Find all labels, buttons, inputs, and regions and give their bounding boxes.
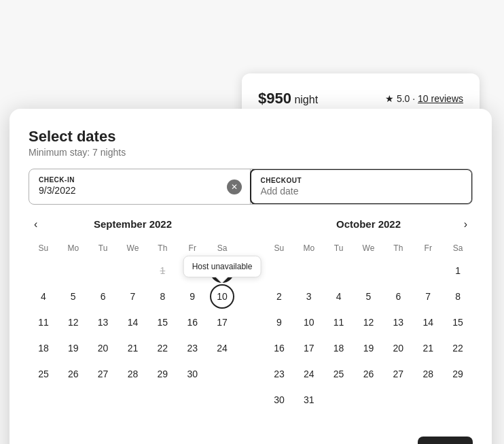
day-cell [297, 258, 321, 283]
day-cell[interactable]: 10Host unavailable [210, 284, 234, 309]
day-cell[interactable]: 16 [180, 310, 204, 335]
checkout-placeholder: Add date [261, 186, 463, 197]
day-cell[interactable]: 12 [61, 310, 86, 335]
september-calendar: ‹ September 2022 Su Mo Tu We Th Fr Sa 12… [29, 218, 237, 412]
day-cell [386, 258, 410, 283]
day-cell[interactable]: 2 [267, 284, 291, 309]
day-cell[interactable]: 8 [446, 284, 470, 309]
day-cell [446, 388, 470, 412]
september-title: September 2022 [94, 218, 172, 230]
day-cell[interactable]: 19 [61, 336, 86, 360]
day-cell [210, 362, 234, 386]
day-cell[interactable]: 19 [356, 336, 380, 360]
day-cell[interactable]: 11 [327, 310, 351, 335]
day-cell[interactable]: 1 [150, 258, 175, 283]
day-cell[interactable]: 29 [446, 362, 470, 386]
day-header-fr2: Fr [413, 241, 443, 256]
september-days-grid: 12345678910Host unavailable1112131415161… [29, 258, 237, 386]
day-cell [267, 258, 291, 283]
day-cell[interactable]: 23 [267, 362, 291, 386]
day-cell[interactable]: 17 [210, 310, 234, 335]
day-cell[interactable]: 13 [91, 310, 115, 335]
day-cell[interactable]: 27 [386, 362, 410, 386]
day-cell[interactable]: 20 [386, 336, 410, 360]
day-cell[interactable]: 21 [120, 336, 145, 360]
day-cell[interactable]: 18 [327, 336, 351, 360]
checkin-clear-button[interactable]: ✕ [227, 180, 242, 194]
day-cell[interactable]: 25 [31, 362, 56, 386]
modal-header: Select dates Minimum stay: 7 nights [29, 128, 473, 158]
day-cell[interactable]: 30 [267, 388, 291, 412]
day-cell[interactable]: 15 [446, 310, 470, 335]
day-cell[interactable]: 27 [91, 362, 115, 386]
day-cell[interactable]: 8 [150, 284, 175, 309]
day-cell[interactable]: 6 [91, 284, 115, 309]
close-button[interactable]: Close [418, 437, 473, 444]
day-cell [327, 388, 351, 412]
prev-month-button[interactable]: ‹ [29, 216, 43, 233]
checkout-field[interactable]: CHECKOUT Add date [250, 169, 473, 205]
host-unavailable-tooltip: Host unavailable [183, 256, 262, 277]
day-header-th2: Th [383, 241, 413, 256]
day-header-su2: Su [264, 241, 294, 256]
rating-section: ★ 5.0 · 10 reviews [385, 93, 463, 104]
day-cell[interactable]: 15 [150, 310, 175, 335]
price-amount: $950 [258, 90, 291, 107]
day-cell[interactable]: 21 [416, 336, 440, 360]
day-header-we: We [118, 241, 148, 256]
october-day-headers: Su Mo Tu We Th Fr Sa [264, 241, 473, 256]
day-cell[interactable]: 9 [267, 310, 291, 335]
day-cell[interactable]: 22 [150, 336, 175, 360]
day-cell[interactable]: 14 [416, 310, 440, 335]
day-cell[interactable]: 29 [150, 362, 175, 386]
day-cell[interactable]: 4 [31, 284, 56, 309]
day-header-fr: Fr [177, 241, 207, 256]
day-cell[interactable]: 28 [120, 362, 145, 386]
day-cell[interactable]: 10 [297, 310, 321, 335]
day-cell[interactable]: 25 [327, 362, 351, 386]
day-cell[interactable]: 23 [180, 336, 204, 360]
day-cell[interactable]: 18 [31, 336, 56, 360]
day-header-tu2: Tu [324, 241, 354, 256]
day-cell[interactable]: 6 [386, 284, 410, 309]
day-header-su: Su [29, 241, 58, 256]
day-cell[interactable]: 9 [180, 284, 204, 309]
checkin-field[interactable]: CHECK-IN 9/3/2022 ✕ [29, 169, 251, 204]
day-cell [416, 388, 440, 412]
checkout-label: CHECKOUT [261, 177, 463, 184]
day-cell[interactable]: 13 [386, 310, 410, 335]
day-cell[interactable]: 30 [180, 362, 204, 386]
day-cell[interactable]: 1 [446, 258, 470, 283]
day-cell [386, 388, 410, 412]
day-cell[interactable]: 26 [356, 362, 380, 386]
day-cell[interactable]: 7 [416, 284, 440, 309]
day-cell[interactable]: 5 [356, 284, 380, 309]
day-cell [91, 258, 115, 283]
day-cell[interactable]: 11 [31, 310, 56, 335]
day-header-th: Th [147, 241, 177, 256]
day-cell [356, 258, 380, 283]
day-cell[interactable]: 4 [327, 284, 351, 309]
reviews-link[interactable]: 10 reviews [418, 93, 463, 104]
day-cell[interactable]: 20 [91, 336, 115, 360]
october-header: October 2022 › [264, 218, 473, 230]
day-cell[interactable]: 5 [61, 284, 86, 309]
day-cell[interactable]: 22 [446, 336, 470, 360]
day-cell [61, 258, 86, 283]
day-cell[interactable]: 28 [416, 362, 440, 386]
day-cell[interactable]: 31 [297, 388, 321, 412]
day-cell[interactable]: 26 [61, 362, 86, 386]
day-header-tu: Tu [88, 241, 118, 256]
next-month-button[interactable]: › [458, 216, 473, 233]
day-cell[interactable]: 3 [297, 284, 321, 309]
day-header-mo2: Mo [294, 241, 324, 256]
day-cell[interactable]: 12 [356, 310, 380, 335]
day-cell[interactable]: 16 [267, 336, 291, 360]
day-cell[interactable]: 14 [120, 310, 145, 335]
day-cell[interactable]: 7 [120, 284, 145, 309]
footer-actions: Clear dates Close [356, 437, 473, 444]
day-cell[interactable]: 24 [210, 336, 234, 360]
day-cell[interactable]: 17 [297, 336, 321, 360]
day-cell[interactable]: 24 [297, 362, 321, 386]
price-night: night [294, 94, 318, 105]
